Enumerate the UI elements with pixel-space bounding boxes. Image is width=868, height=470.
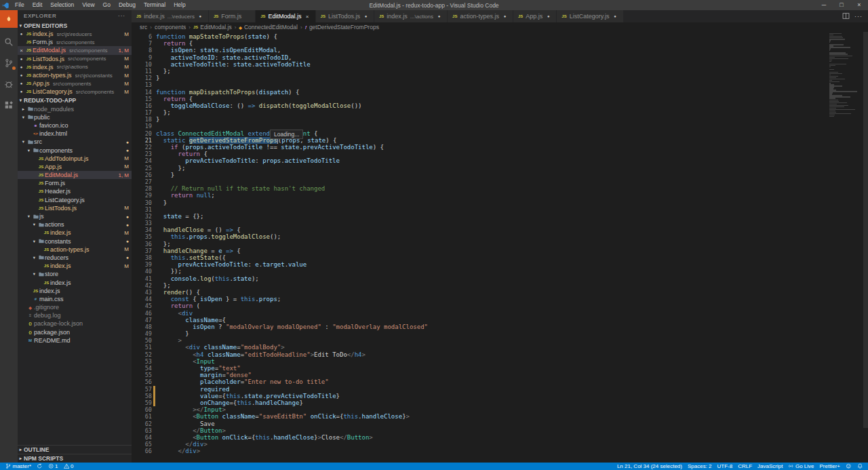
tree-item-package-lock-json[interactable]: {}package-lock.json <box>18 319 132 328</box>
line-number[interactable]: 50 <box>132 337 152 344</box>
tab-listtodos-js[interactable]: JSListTodos.js● <box>316 10 374 22</box>
code-line[interactable]: 44 const { isOpen } = this.props; <box>132 296 868 302</box>
tab-action-types-js[interactable]: JSaction-types.js● <box>448 10 513 22</box>
line-number[interactable]: 64 <box>132 434 152 441</box>
minimap[interactable] <box>829 33 862 117</box>
code-line[interactable]: 23 return { <box>132 151 868 157</box>
line-number[interactable]: 23 <box>132 151 152 157</box>
code-line[interactable]: 34 handleClose = () => { <box>132 227 868 233</box>
code-line[interactable]: 33 <box>132 220 868 227</box>
code-line[interactable]: 40 }); <box>132 268 868 275</box>
status-notifications[interactable] <box>854 463 866 470</box>
line-number[interactable]: 59 <box>132 399 152 406</box>
tree-item-app-js[interactable]: JSApp.jsM <box>18 163 132 171</box>
line-number[interactable]: 45 <box>132 302 152 309</box>
activity-explorer-icon[interactable] <box>0 10 18 28</box>
menu-edit[interactable]: Edit <box>28 0 47 10</box>
code-line[interactable]: 18} <box>132 116 868 123</box>
code-line[interactable]: 62 Save <box>132 420 868 427</box>
tree-item-editmodal-js[interactable]: JSEditModal.js1, M <box>18 171 132 179</box>
tree-item-reducers[interactable]: ▾reducers● <box>18 254 132 262</box>
code-line[interactable]: 7 return { <box>132 40 868 47</box>
tree-item-index-html[interactable]: <>index.html <box>18 130 132 138</box>
code-line[interactable]: 21 static getDerivedStateFromProps(props… <box>132 137 868 144</box>
breadcrumb-getderivedstatefromprops[interactable]: ƒgetDerivedStateFromProps <box>305 24 379 31</box>
status-warnings[interactable]: 0 <box>61 463 77 470</box>
code-line[interactable]: 8 isOpen: state.isOpenEditModal, <box>132 47 868 54</box>
modified-dot-icon[interactable]: ● <box>363 14 369 18</box>
line-number[interactable]: 65 <box>132 441 152 448</box>
code-line[interactable]: 31 <box>132 206 868 213</box>
tab-index-js[interactable]: JSindex.js...\reducers● <box>132 10 209 22</box>
tree-item-index-js[interactable]: JSindex.js <box>18 287 132 295</box>
line-number[interactable]: 62 <box>132 420 152 427</box>
open-editor-item-app-js[interactable]: ●JSApp.jssrc\componentsM <box>18 79 132 87</box>
line-number[interactable]: 48 <box>132 324 152 330</box>
activity-extensions-icon[interactable] <box>0 97 18 113</box>
line-number[interactable]: 43 <box>132 289 152 296</box>
line-number[interactable]: 9 <box>132 54 152 61</box>
open-editor-item-index-js[interactable]: ●JSindex.jssrc\js\reducersM <box>18 30 132 38</box>
line-number[interactable]: 52 <box>132 351 152 358</box>
outline-header[interactable]: ▸ OUTLINE <box>18 445 132 454</box>
tree-item-debug-log[interactable]: ≡debug.log <box>18 311 132 319</box>
code-line[interactable]: 43 render() { <box>132 289 868 296</box>
code-line[interactable]: 6function mapStateToProps(state) { <box>132 33 868 40</box>
modified-dot-icon[interactable]: ● <box>545 14 551 18</box>
line-number[interactable]: 22 <box>132 144 152 151</box>
line-number[interactable]: 30 <box>132 199 152 206</box>
modified-dot-icon[interactable]: ● <box>502 14 508 18</box>
close-icon[interactable]: × <box>18 47 25 54</box>
code-line[interactable]: 15 return { <box>132 96 868 102</box>
open-editors-header[interactable]: ▾ OPEN EDITORS <box>18 21 132 30</box>
line-number[interactable]: 13 <box>132 81 152 88</box>
open-editor-item-editmodal-js[interactable]: ×JSEditModal.jssrc\components1, M <box>18 46 132 54</box>
line-number[interactable]: 24 <box>132 157 152 164</box>
code-line[interactable]: 32 state = {}; <box>132 213 868 220</box>
line-number[interactable]: 34 <box>132 227 152 233</box>
code-line[interactable]: 42 }; <box>132 282 868 289</box>
line-number[interactable]: 60 <box>132 406 152 413</box>
line-number[interactable]: 16 <box>132 102 152 109</box>
tree-item-actions[interactable]: ▾actions● <box>18 220 132 229</box>
code-line[interactable]: 51 <div className="modalBody"> <box>132 344 868 351</box>
line-number[interactable]: 18 <box>132 116 152 123</box>
line-number[interactable]: 10 <box>132 61 152 68</box>
status-sync[interactable] <box>34 463 45 470</box>
more-actions-icon[interactable]: ··· <box>118 13 125 19</box>
code-line[interactable]: 19 <box>132 123 868 130</box>
activity-search-icon[interactable] <box>0 34 18 50</box>
tab-index-js[interactable]: JSindex.js...\actions● <box>374 10 448 22</box>
line-number[interactable]: 19 <box>132 123 152 130</box>
project-root-header[interactable]: ▾ REDUX-TODO-APP <box>18 96 132 105</box>
line-number[interactable]: 17 <box>132 109 152 116</box>
code-line[interactable]: 39 prevActiveTodoTitle: e.target.value <box>132 261 868 268</box>
line-number[interactable]: 11 <box>132 68 152 75</box>
line-number[interactable]: 14 <box>132 89 152 96</box>
code-line[interactable]: 57 required <box>132 386 868 393</box>
line-number[interactable]: 29 <box>132 192 152 199</box>
line-number[interactable]: 27 <box>132 178 152 185</box>
line-number[interactable]: 33 <box>132 220 152 227</box>
modified-dot-icon[interactable]: ● <box>612 14 618 18</box>
line-number[interactable]: 61 <box>132 413 152 420</box>
minimize-button[interactable]: ─ <box>815 0 833 10</box>
line-number[interactable]: 21 <box>132 137 152 144</box>
tree-item-action-types-js[interactable]: JSaction-types.jsM <box>18 246 132 254</box>
code-line[interactable]: 35 this.props.toggleModalClose(); <box>132 233 868 240</box>
code-line[interactable]: 46 <div <box>132 310 868 317</box>
line-number[interactable]: 15 <box>132 96 152 102</box>
code-line[interactable]: 30 } <box>132 199 868 206</box>
code-line[interactable]: 58 value={this.state.prevActiveTodoTitle… <box>132 393 868 399</box>
code-line[interactable]: 53 <Input <box>132 358 868 365</box>
activity-debug-icon[interactable] <box>0 76 18 92</box>
tab-form-js[interactable]: JSForm.js <box>209 10 256 22</box>
open-editor-item-form-js[interactable]: JSForm.jssrc\components <box>18 38 132 46</box>
line-number[interactable]: 38 <box>132 254 152 261</box>
line-number[interactable]: 57 <box>132 386 152 393</box>
code-line[interactable]: 56 placeholder="Enter new to-do title" <box>132 378 868 385</box>
tree-item-readme-md[interactable]: MREADME.md <box>18 336 132 345</box>
menu-help[interactable]: Help <box>170 0 189 10</box>
status-cursor-position[interactable]: Ln 21, Col 34 (24 selected) <box>614 463 685 470</box>
menu-selection[interactable]: Selection <box>46 0 78 10</box>
